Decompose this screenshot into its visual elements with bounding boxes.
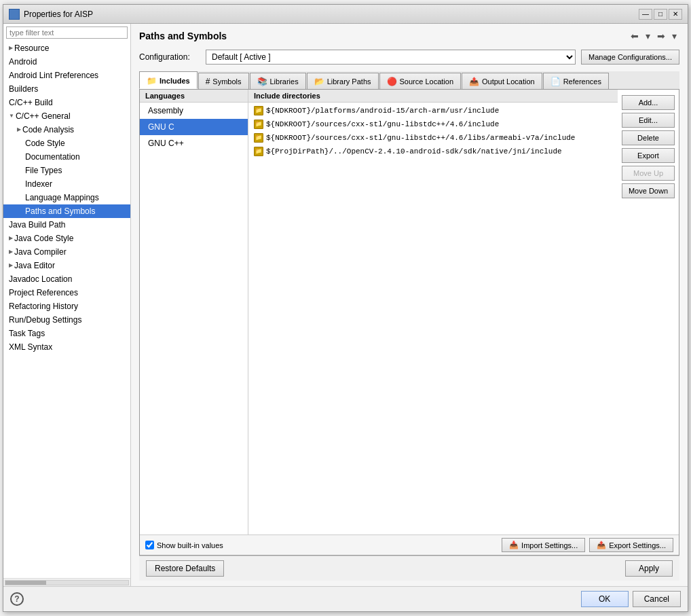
move-down-button[interactable]: Move Down (622, 183, 675, 198)
content-header: Paths and Symbols ⬅ ▾ ➡ ▾ (139, 29, 679, 43)
export-settings-button[interactable]: 📤 Export Settings... (589, 538, 673, 552)
forward-icon[interactable]: ➡ (654, 29, 668, 43)
sidebar-item-code-style[interactable]: Code Style (3, 137, 130, 150)
sidebar-label: Resource (14, 42, 49, 54)
sidebar-item-xml-syntax[interactable]: XML Syntax (3, 340, 130, 354)
tab-references-label: References (563, 77, 601, 86)
include-item[interactable]: 📁 ${NDKROOT}/sources/cxx-stl/gnu-libstdc… (248, 131, 618, 145)
sidebar-label: File Types (25, 166, 62, 175)
configuration-row: Configuration: Default [ Active ] Manage… (139, 50, 679, 65)
sidebar-item-paths-symbols[interactable]: Paths and Symbols (3, 204, 130, 218)
tab-source-location[interactable]: 🔴 Source Location (379, 73, 462, 89)
sidebar-item-java-compiler[interactable]: ▶ Java Compiler (3, 245, 130, 259)
include-folder-icon: 📁 (254, 133, 263, 143)
sidebar-item-android[interactable]: Android (3, 55, 130, 69)
expand-arrow: ▶ (9, 42, 13, 54)
sidebar-item-indexer[interactable]: Indexer (3, 177, 130, 191)
sidebar-item-file-types[interactable]: File Types (3, 164, 130, 177)
tabs-container: 📁 Includes # Symbols 📚 Libraries 📂 Libra… (139, 71, 679, 90)
cancel-button[interactable]: Cancel (633, 591, 681, 607)
sidebar-scrollbar[interactable] (3, 578, 130, 586)
dialog: Properties for AISP — □ ✕ ▶ Resource And… (3, 4, 688, 612)
lang-item-gnu-cpp[interactable]: GNU C++ (140, 135, 248, 151)
right-buttons: Add... Edit... Delete Export Move Up Mov… (618, 90, 679, 535)
maximize-button[interactable]: □ (654, 9, 667, 20)
sidebar-item-cpp-general[interactable]: ▼ C/C++ General (3, 109, 130, 123)
tab-library-paths[interactable]: 📂 Library Paths (307, 73, 379, 89)
help-icon[interactable]: ? (10, 592, 24, 606)
sidebar-label: Java Build Path (9, 220, 65, 230)
tab-includes-label: Includes (160, 77, 190, 85)
dropdown-arrow-icon[interactable]: ▾ (643, 29, 653, 43)
sidebar-label: Java Editor (14, 259, 55, 272)
tab-symbols[interactable]: # Symbols (198, 73, 249, 89)
sidebar-item-project-references[interactable]: Project References (3, 286, 130, 300)
include-item[interactable]: 📁 ${NDKROOT}/platforms/android-15/arch-a… (248, 104, 618, 117)
dialog-icon (9, 9, 20, 20)
edit-button[interactable]: Edit... (622, 113, 675, 128)
tab-output-location-label: Output Location (482, 77, 535, 86)
manage-configurations-button[interactable]: Manage Configurations... (581, 50, 679, 65)
tab-includes[interactable]: 📁 Includes (139, 71, 198, 89)
sidebar-item-android-lint[interactable]: Android Lint Preferences (3, 69, 130, 82)
sidebar-item-java-build-path[interactable]: Java Build Path (3, 218, 130, 232)
back-icon[interactable]: ⬅ (628, 29, 641, 43)
expand-arrow: ▼ (9, 110, 14, 122)
restore-defaults-button[interactable]: Restore Defaults (146, 560, 224, 577)
apply-button[interactable]: Apply (625, 560, 673, 577)
export-button[interactable]: Export (622, 148, 675, 163)
sidebar-item-documentation[interactable]: Documentation (3, 150, 130, 164)
source-location-tab-icon: 🔴 (387, 77, 397, 86)
include-item[interactable]: 📁 ${ProjDirPath}/../OpenCV-2.4.10-androi… (248, 145, 618, 158)
include-folder-icon: 📁 (254, 147, 263, 156)
sidebar-label: Indexer (25, 179, 52, 189)
sidebar-item-code-analysis[interactable]: ▶ Code Analysis (3, 123, 130, 137)
lang-item-gnu-c[interactable]: GNU C (140, 119, 248, 135)
tab-content: Languages Assembly GNU C GNU C++ Include… (139, 90, 679, 556)
include-item[interactable]: 📁 ${NDKROOT}/sources/cxx-stl/gnu-libstdc… (248, 117, 618, 131)
lang-item-assembly[interactable]: Assembly (140, 103, 248, 119)
sidebar-label: Android Lint Preferences (9, 71, 98, 80)
dialog-footer-right: OK Cancel (581, 591, 681, 607)
tab-references[interactable]: 📄 References (543, 73, 609, 89)
tab-library-paths-label: Library Paths (327, 77, 371, 86)
tab-libraries[interactable]: 📚 Libraries (250, 73, 306, 89)
output-location-tab-icon: 📤 (469, 77, 479, 86)
include-path: ${NDKROOT}/sources/cxx-stl/gnu-libstdc++… (266, 119, 499, 130)
dropdown-arrow2-icon[interactable]: ▾ (669, 29, 679, 43)
sidebar-item-java-code-style[interactable]: ▶ Java Code Style (3, 232, 130, 245)
sidebar-label: Run/Debug Settings (9, 315, 81, 325)
header-icons: ⬅ ▾ ➡ ▾ (628, 29, 679, 43)
import-settings-button[interactable]: 📥 Import Settings... (502, 538, 585, 552)
sidebar-item-refactoring-history[interactable]: Refactoring History (3, 300, 130, 313)
move-up-button[interactable]: Move Up (622, 166, 675, 181)
sidebar-item-javadoc-location[interactable]: Javadoc Location (3, 272, 130, 286)
sidebar-label: Java Code Style (14, 232, 73, 244)
dialog-title: Properties for AISP (24, 10, 93, 19)
sidebar-item-run-debug[interactable]: Run/Debug Settings (3, 313, 130, 327)
sidebar-label: C/C++ Build (9, 98, 53, 107)
sidebar-item-language-mappings[interactable]: Language Mappings (3, 191, 130, 204)
includes-panel: Include directories 📁 ${NDKROOT}/platfor… (248, 90, 618, 535)
show-built-in-checkbox[interactable] (145, 541, 154, 549)
tab-libraries-label: Libraries (270, 77, 299, 86)
delete-button[interactable]: Delete (622, 130, 675, 145)
sidebar-item-cpp-build[interactable]: C/C++ Build (3, 96, 130, 109)
add-button[interactable]: Add... (622, 95, 675, 110)
sidebar-item-builders[interactable]: Builders (3, 82, 130, 96)
sidebar-item-java-editor[interactable]: ▶ Java Editor (3, 259, 130, 272)
title-bar-controls: — □ ✕ (639, 9, 682, 20)
ok-button[interactable]: OK (581, 591, 629, 607)
import-icon: 📥 (509, 541, 519, 549)
filter-input[interactable] (6, 26, 128, 39)
sidebar-label: Documentation (25, 152, 80, 162)
sidebar-item-resource[interactable]: ▶ Resource (3, 41, 130, 55)
references-tab-icon: 📄 (550, 77, 561, 86)
configuration-select[interactable]: Default [ Active ] (206, 50, 576, 65)
tab-output-location[interactable]: 📤 Output Location (462, 73, 542, 89)
minimize-button[interactable]: — (639, 9, 652, 20)
tab-inner: Languages Assembly GNU C GNU C++ Include… (140, 90, 679, 535)
sidebar-item-task-tags[interactable]: Task Tags (3, 327, 130, 340)
close-button[interactable]: ✕ (669, 9, 682, 20)
dialog-bottom-row: Restore Defaults Apply (139, 556, 679, 581)
